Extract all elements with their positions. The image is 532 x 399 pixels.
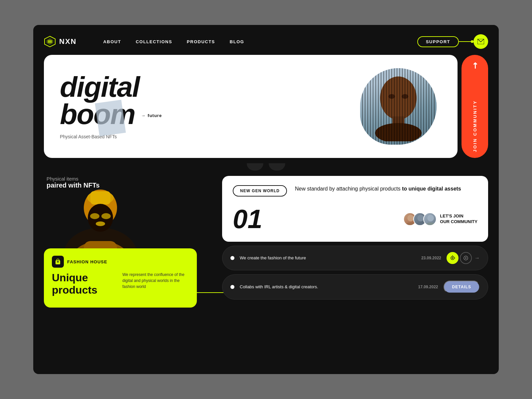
- svg-point-17: [101, 213, 111, 219]
- big-number: 01: [233, 206, 262, 232]
- action-icons-0: [447, 252, 472, 264]
- logo-text: NXN: [59, 37, 76, 46]
- fashion-connector-dot: [194, 291, 197, 294]
- community-text-line1: LET'S JOIN: [440, 213, 477, 219]
- news-text-1: Collabs with IRL artists & digital creat…: [240, 284, 413, 290]
- fashion-content: Unique products We represent the conflue…: [52, 272, 189, 300]
- hero-decoration: [95, 100, 126, 136]
- new-gen-tag: NEW GEN WORLD: [233, 185, 287, 197]
- bottom-section: Physical items paired with NFTs: [44, 176, 488, 308]
- fashion-card: FASHION HOUSE Unique products We represe…: [44, 248, 197, 308]
- fashion-connector-line: [197, 292, 223, 293]
- right-panel: NEW GEN WORLD New standard by attaching …: [222, 176, 488, 308]
- svg-point-25: [417, 215, 424, 221]
- fashion-left: Unique products: [52, 272, 122, 300]
- news-text-0: We create the fashion of the future: [240, 255, 416, 261]
- portrait-circle: [360, 68, 437, 145]
- svg-point-30: [452, 257, 453, 259]
- hero-wrapper: DIGITAL BOOM → FUTURE Physical Asset-Bas…: [44, 55, 488, 158]
- support-button[interactable]: SUPPORT: [417, 36, 459, 47]
- news-dot-1: [230, 285, 234, 289]
- join-label: JOIN COMMUNITY: [472, 100, 477, 152]
- logo-icon: [44, 36, 56, 48]
- main-screen: NXN ABOUT COLLECTIONS PRODUCTS BLOG SUPP…: [33, 25, 499, 374]
- svg-rect-14: [90, 191, 110, 204]
- join-community-button[interactable]: ↗ JOIN COMMUNITY: [462, 55, 488, 158]
- news-date-1: 17.09.2022: [418, 285, 438, 289]
- hero-title-line1: DIGITAL: [60, 73, 355, 101]
- future-tag: → FUTURE: [141, 114, 162, 118]
- news-item-1: Collabs with IRL artists & digital creat…: [222, 274, 488, 300]
- community-text: LET'S JOIN OUR COMMUNITY: [440, 213, 477, 225]
- nav-products[interactable]: PRODUCTS: [187, 39, 215, 44]
- model-area: FASHION HOUSE Unique products We represe…: [44, 195, 217, 308]
- svg-point-27: [427, 215, 434, 221]
- news-action-0: →: [447, 252, 480, 264]
- recycle-icon: [450, 255, 455, 261]
- left-panel: Physical items paired with NFTs: [44, 176, 217, 308]
- news-dot-0: [230, 256, 234, 260]
- nav-blog[interactable]: BLOG: [230, 39, 244, 44]
- future-arrow: →: [141, 114, 146, 118]
- fashion-title: Unique products: [52, 272, 122, 296]
- navbar: NXN ABOUT COLLECTIONS PRODUCTS BLOG SUPP…: [44, 34, 488, 49]
- nav-links: ABOUT COLLECTIONS PRODUCTS BLOG: [103, 39, 417, 44]
- fashion-house-label: FASHION HOUSE: [67, 259, 107, 264]
- nav-connector: [459, 40, 473, 43]
- circle-icon: [463, 255, 468, 261]
- info-card-top: NEW GEN WORLD New standard by attaching …: [233, 185, 477, 197]
- connector-bump-left: [247, 163, 263, 171]
- portrait-stripes: [360, 68, 437, 145]
- community-text-line2: OUR COMMUNITY: [440, 219, 477, 225]
- svg-point-34: [465, 257, 466, 259]
- details-button[interactable]: DETAILS: [444, 281, 480, 293]
- fashion-description: We represent the confluence of the digit…: [122, 272, 189, 290]
- arrow-right-icon-0: →: [474, 255, 480, 261]
- avatar-group: [403, 212, 437, 226]
- info-card: NEW GEN WORLD New standard by attaching …: [222, 176, 488, 242]
- info-card-bottom: 01: [233, 206, 477, 232]
- community-area: LET'S JOIN OUR COMMUNITY: [403, 212, 477, 226]
- section-connectors: [44, 163, 488, 171]
- physical-items-line1: Physical items: [47, 176, 217, 182]
- hero-image-area: [355, 68, 442, 145]
- bag-icon: [55, 258, 61, 265]
- svg-point-23: [407, 215, 414, 221]
- action-icon-outline[interactable]: [460, 252, 472, 264]
- fashion-card-top: FASHION HOUSE: [52, 256, 189, 268]
- svg-point-28: [425, 222, 436, 226]
- fashion-icon: [52, 256, 64, 268]
- join-arrow-icon: ↗: [469, 60, 480, 71]
- fashion-connector: [194, 291, 223, 294]
- info-desc-bold: to unique digital assets: [402, 186, 461, 192]
- connector-line: [459, 41, 472, 42]
- news-date-0: 23.09.2022: [421, 256, 441, 260]
- connector-bump-right: [269, 163, 285, 171]
- nav-right: SUPPORT: [417, 34, 488, 49]
- avatar-svg-3: [424, 213, 437, 226]
- nav-collections[interactable]: COLLECTIONS: [136, 39, 172, 44]
- svg-point-16: [90, 213, 99, 219]
- info-desc-plain: New standard by attaching physical produ…: [295, 186, 402, 192]
- future-label: FUTURE: [148, 114, 162, 118]
- email-icon: [477, 39, 484, 44]
- svg-rect-22: [57, 261, 59, 262]
- logo-area[interactable]: NXN: [44, 36, 76, 48]
- avatar-3: [423, 212, 437, 226]
- model-figure-container: FASHION HOUSE Unique products We represe…: [44, 195, 217, 308]
- news-action-1: DETAILS: [444, 281, 480, 293]
- svg-point-18: [96, 221, 105, 226]
- email-button[interactable]: [473, 34, 488, 49]
- action-icon-yellow[interactable]: [447, 252, 459, 264]
- hero-card: DIGITAL BOOM → FUTURE Physical Asset-Bas…: [44, 55, 458, 158]
- svg-marker-2: [48, 40, 52, 43]
- nav-about[interactable]: ABOUT: [103, 39, 121, 44]
- news-item-0: We create the fashion of the future 23.0…: [222, 246, 488, 270]
- info-card-description: New standard by attaching physical produ…: [295, 185, 461, 193]
